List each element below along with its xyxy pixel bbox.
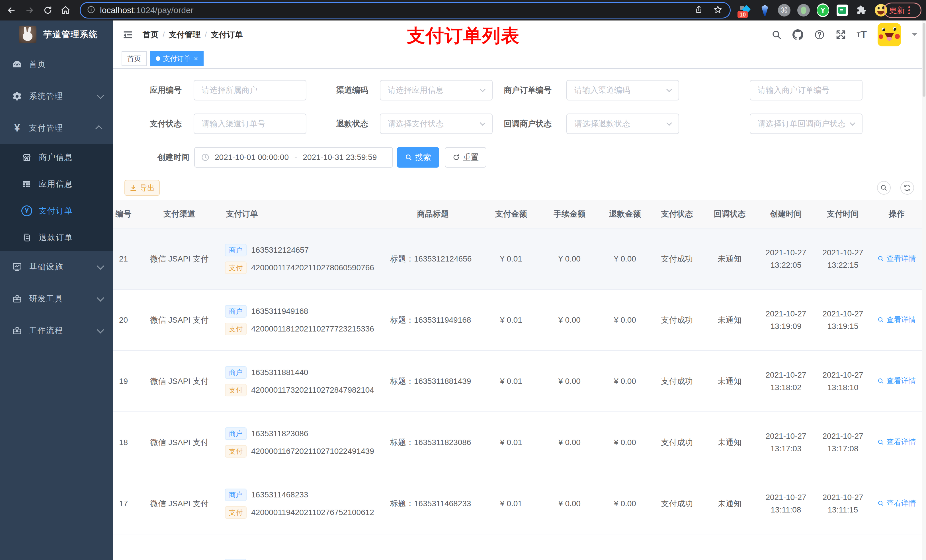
filter-label: 支付状态 xyxy=(79,113,182,134)
merchant-order-line: 商户 1635311251736 xyxy=(225,559,384,560)
date-range-picker[interactable]: 2021-10-01 00:00:00 - 2021-10-31 23:59:5… xyxy=(194,147,393,168)
address-bar[interactable]: localhost:1024/pay/order xyxy=(80,2,731,18)
view-detail-link[interactable]: 查看详情 xyxy=(877,376,916,386)
cell-created-time: 2021-10-2713:17:03 xyxy=(757,430,814,455)
tag-item[interactable]: 首页 xyxy=(122,51,147,66)
filter-control[interactable] xyxy=(750,80,862,100)
filter-control[interactable] xyxy=(566,113,679,134)
app-logo-row[interactable]: 芋道管理系统 xyxy=(0,21,113,48)
column-header[interactable]: 回调状态 xyxy=(702,208,757,219)
column-header[interactable]: 编号 xyxy=(113,208,134,219)
site-info-icon[interactable] xyxy=(87,5,95,15)
tag-item[interactable]: 支付订单 × xyxy=(150,51,204,66)
close-icon[interactable]: × xyxy=(194,54,198,63)
breadcrumb-item[interactable]: 支付订单 xyxy=(211,29,251,40)
cell-fee: ¥ 0.00 xyxy=(541,499,598,508)
page-content: 所属商户 应用编号 渠道编码 xyxy=(113,69,926,559)
view-detail-link[interactable]: 查看详情 xyxy=(877,315,916,325)
merchant-tag: 商户 xyxy=(225,427,247,440)
fullscreen-icon[interactable] xyxy=(836,30,846,40)
column-header[interactable]: 商品标题 xyxy=(384,208,481,219)
user-avatar[interactable] xyxy=(878,23,901,46)
search-icon[interactable] xyxy=(772,30,782,40)
column-header[interactable]: 创建时间 xyxy=(757,208,814,219)
breadcrumb-item[interactable]: 首页/ xyxy=(143,29,169,40)
reset-button[interactable]: 重置 xyxy=(445,147,486,168)
filter-label: 回调商户状态 xyxy=(449,113,552,134)
table-row: 17 微信 JSAPI 支付 商户 1635311468233 支付 42000… xyxy=(113,473,922,534)
filter-control[interactable] xyxy=(566,80,679,100)
share-icon[interactable] xyxy=(694,5,703,15)
sidebar-item[interactable]: 基础设施 xyxy=(0,251,113,283)
puzzle-extensions-icon[interactable] xyxy=(855,4,868,17)
column-header[interactable]: 支付时间 xyxy=(814,208,872,219)
pay-order-line: 支付 4200001181202110277723215336 xyxy=(225,323,384,335)
sidebar-fold-icon[interactable] xyxy=(122,29,134,41)
column-header[interactable]: 支付金额 xyxy=(481,208,541,219)
export-button[interactable]: 导出 xyxy=(124,180,160,196)
browser-menu-icon[interactable] xyxy=(908,6,910,14)
breadcrumb-item[interactable]: 支付管理/ xyxy=(169,29,211,40)
sidebar-item[interactable]: 工作流程 xyxy=(0,315,113,347)
chat-extension-icon[interactable] xyxy=(836,4,849,17)
url-text[interactable]: localhost:1024/pay/order xyxy=(100,5,194,15)
cell-title: 标题：1635311468233 xyxy=(384,498,481,509)
merchant-tag: 商户 xyxy=(225,489,247,501)
browser-back-button[interactable] xyxy=(5,4,18,17)
column-header[interactable]: 支付渠道 xyxy=(134,208,225,219)
cell-fee: ¥ 0.00 xyxy=(541,438,598,447)
browser-home-button[interactable] xyxy=(59,4,72,17)
record-extension-icon[interactable] xyxy=(797,4,810,17)
merchant-order-line: 商户 1635311468233 xyxy=(225,489,384,501)
column-header[interactable]: 手续金额 xyxy=(541,208,598,219)
y-extension-icon[interactable]: Y xyxy=(817,4,829,17)
avatar-caret-icon[interactable] xyxy=(912,33,917,39)
column-header[interactable]: 操作 xyxy=(872,208,922,219)
pay-order-line: 支付 4200001167202110271022491439 xyxy=(225,445,384,457)
browser-update-button[interactable]: 更新 xyxy=(884,3,921,18)
sidebar-item[interactable]: 研发工具 xyxy=(0,283,113,315)
app-logo xyxy=(19,26,36,43)
sidebar-item[interactable]: 首页 xyxy=(0,48,113,80)
cell-channel: 微信 JSAPI 支付 xyxy=(134,315,225,326)
grid-icon xyxy=(21,180,32,189)
column-header[interactable]: 退款金额 xyxy=(598,208,652,219)
sidebar-subitem[interactable]: 应用信息 xyxy=(0,171,113,198)
filter-input[interactable] xyxy=(566,80,679,100)
filter-input[interactable] xyxy=(750,80,862,100)
browser-extensions: 10 ⌘ Y xyxy=(739,0,887,21)
window-scrollbar[interactable] xyxy=(922,21,926,560)
browser-forward-button[interactable] xyxy=(23,4,36,17)
browser-reload-button[interactable] xyxy=(42,4,54,17)
view-detail-link[interactable]: 查看详情 xyxy=(877,254,916,264)
pay-tag: 支付 xyxy=(225,323,247,335)
filter-control[interactable] xyxy=(750,113,862,134)
column-header[interactable]: 支付状态 xyxy=(652,208,702,219)
cell-refund: ¥ 0.00 xyxy=(598,438,652,447)
cell-status: 支付成功 xyxy=(652,254,702,264)
github-icon[interactable] xyxy=(793,29,803,40)
cell-status: 支付成功 xyxy=(652,315,702,326)
view-detail-link[interactable]: 查看详情 xyxy=(877,437,916,447)
sidebar-subitem[interactable]: 退款订单 xyxy=(0,224,113,251)
cell-order-numbers: 商户 1635311468233 支付 42000011942021102767… xyxy=(225,483,384,524)
bookmark-star-icon[interactable] xyxy=(713,5,722,15)
cell-status: 支付成功 xyxy=(652,376,702,387)
font-size-icon[interactable]: TT xyxy=(857,29,867,41)
table-refresh-icon[interactable] xyxy=(900,181,914,195)
command-extension-icon[interactable]: ⌘ xyxy=(778,4,790,17)
filter-input[interactable] xyxy=(750,113,862,134)
help-icon[interactable] xyxy=(814,29,825,40)
apps-diamond-extension-icon[interactable]: 10 xyxy=(739,4,752,17)
filter-input[interactable] xyxy=(566,113,679,134)
pin-extension-icon[interactable] xyxy=(758,4,771,17)
merchant-tag: 商户 xyxy=(225,244,247,257)
column-header[interactable]: 支付订单 xyxy=(225,208,384,219)
view-detail-link[interactable]: 查看详情 xyxy=(877,498,916,508)
sidebar-subitem[interactable]: ¥ 支付订单 xyxy=(0,198,113,224)
cell-order-numbers: 商户 1635311881440 支付 42000011732021102728… xyxy=(225,361,384,402)
scrollbar-thumb[interactable] xyxy=(923,23,925,97)
table-search-toggle-icon[interactable] xyxy=(877,181,891,195)
search-button[interactable]: 搜索 xyxy=(397,147,439,168)
pay-tag: 支付 xyxy=(225,506,247,519)
